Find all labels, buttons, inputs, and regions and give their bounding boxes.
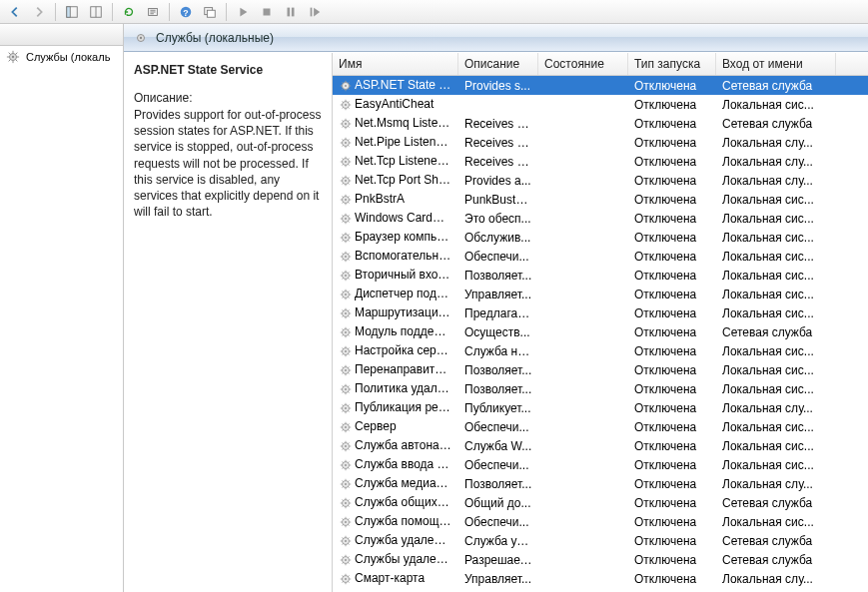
back-button[interactable] <box>4 2 26 22</box>
cell-name: Диспетчер подкл... <box>333 287 458 301</box>
window-button[interactable] <box>199 2 221 22</box>
cell-name: Служба удаленн... <box>333 533 458 548</box>
svg-line-62 <box>348 145 349 146</box>
forward-button[interactable] <box>28 2 50 22</box>
cell-name: Net.Pipe Listener ... <box>333 135 458 150</box>
cell-logon: Локальная сис... <box>716 363 836 377</box>
svg-line-52 <box>348 126 349 127</box>
svg-line-34 <box>343 88 344 89</box>
cell-desc: Разрешает... <box>458 553 538 567</box>
svg-point-126 <box>345 275 347 277</box>
svg-line-20 <box>16 60 18 62</box>
svg-line-264 <box>343 524 344 525</box>
gear-icon <box>6 50 20 64</box>
panel-button[interactable] <box>61 2 83 22</box>
cell-start: Отключена <box>628 572 716 586</box>
description-label: Описание: <box>134 91 322 105</box>
service-row[interactable]: ASP.NET State Ser...Provides s...Отключе… <box>333 76 868 95</box>
service-row[interactable]: Net.Tcp Port Shari...Provides a...Отключ… <box>333 171 868 190</box>
service-row[interactable]: Настройка серве...Служба на...ОтключенаЛ… <box>333 341 868 360</box>
service-row[interactable]: Net.Pipe Listener ...Receives a...Отключ… <box>333 133 868 152</box>
service-row[interactable]: Службы удаленн...Разрешает...ОтключенаСе… <box>333 550 868 569</box>
cell-desc: Служба на... <box>458 344 538 358</box>
service-row[interactable]: Политика удален...Позволяет...ОтключенаЛ… <box>333 379 868 398</box>
service-row[interactable]: Net.Msmq Listene...Receives a...Отключен… <box>333 114 868 133</box>
col-logon[interactable]: Вход от имени <box>716 53 836 75</box>
svg-line-133 <box>348 272 349 273</box>
svg-line-121 <box>343 253 344 254</box>
service-row[interactable]: Служба медиапр...Позволяет...ОтключенаЛо… <box>333 474 868 493</box>
svg-line-53 <box>348 120 349 121</box>
pause-button[interactable] <box>280 2 302 22</box>
cell-logon: Сетевая служба <box>716 325 836 339</box>
cell-logon: Локальная сис... <box>716 515 836 529</box>
svg-line-282 <box>348 562 349 563</box>
cell-name: PnkBstrA <box>333 192 458 207</box>
svg-line-174 <box>343 353 344 354</box>
service-row[interactable]: Служба ввода пл...Обеспечи...ОтключенаЛо… <box>333 455 868 474</box>
service-row[interactable]: Смарт-картаУправляет...ОтключенаЛокальна… <box>333 569 868 588</box>
service-row[interactable]: Служба помощн...Обеспечи...ОтключенаЛока… <box>333 512 868 531</box>
svg-line-91 <box>343 196 344 197</box>
service-row[interactable]: PnkBstrAPunkBuste...ОтключенаЛокальная с… <box>333 190 868 209</box>
service-row[interactable]: Диспетчер подкл...Управляет...ОтключенаЛ… <box>333 285 868 303</box>
service-row[interactable]: Windows CardSpa...Это обесп...ОтключенаЛ… <box>333 209 868 228</box>
svg-line-292 <box>348 581 349 582</box>
service-row[interactable]: Публикация ресу...Публикует...ОтключенаЛ… <box>333 398 868 417</box>
refresh-button[interactable] <box>118 2 140 22</box>
service-row[interactable]: Служба удаленн...Служба уд...ОтключенаСе… <box>333 531 868 550</box>
cell-desc: Receives a... <box>458 117 538 131</box>
help-button[interactable]: ? <box>175 2 197 22</box>
cell-desc: Receives a... <box>458 155 538 169</box>
service-row[interactable]: Служба общих с...Общий до...ОтключенаСет… <box>333 493 868 512</box>
service-row[interactable]: Браузер компьют...Обслужив...ОтключенаЛо… <box>333 228 868 247</box>
cell-logon: Локальная слу... <box>716 155 836 169</box>
col-startup[interactable]: Тип запуска <box>628 53 716 75</box>
cell-logon: Локальная сис... <box>716 288 836 301</box>
svg-line-112 <box>348 240 349 241</box>
cell-desc: Обслужив... <box>458 231 538 245</box>
panel2-button[interactable] <box>85 2 107 22</box>
svg-line-84 <box>343 183 344 184</box>
cell-desc: Публикует... <box>458 401 538 415</box>
cell-start: Отключена <box>628 439 716 453</box>
cell-desc: Служба уд... <box>458 534 538 548</box>
cell-name: Net.Tcp Port Shari... <box>333 173 458 188</box>
stop-button[interactable] <box>256 2 278 22</box>
cell-start: Отключена <box>628 231 716 245</box>
service-row[interactable]: Маршрутизация ...Предлагае...ОтключенаЛо… <box>333 303 868 322</box>
restart-button[interactable] <box>304 2 326 22</box>
svg-line-41 <box>343 101 344 102</box>
start-button[interactable] <box>232 2 254 22</box>
svg-line-204 <box>343 410 344 411</box>
service-row[interactable]: EasyAntiCheatОтключенаЛокальная сис... <box>333 95 868 114</box>
svg-line-72 <box>348 164 349 165</box>
svg-line-93 <box>348 196 349 197</box>
service-row[interactable]: Служба автонаст...Служба W...ОтключенаЛо… <box>333 436 868 455</box>
cell-desc: Receives a... <box>458 136 538 150</box>
svg-line-203 <box>348 404 349 405</box>
toolbar: ? <box>0 0 868 24</box>
tree-node-label: Службы (локаль <box>26 51 110 63</box>
service-row[interactable]: Вторичный вход ...Позволяет...ОтключенаЛ… <box>333 266 868 285</box>
svg-point-216 <box>345 445 347 447</box>
services-list[interactable]: ASP.NET State Ser...Provides s...Отключе… <box>333 76 868 592</box>
service-row[interactable]: Модуль поддерж...Осуществ...ОтключенаСет… <box>333 322 868 341</box>
cell-desc: Обеспечи... <box>458 250 538 264</box>
cell-start: Отключена <box>628 250 716 264</box>
svg-point-226 <box>345 464 347 466</box>
service-row[interactable]: Вспомогательная...Обеспечи...ОтключенаЛо… <box>333 247 868 266</box>
col-name[interactable]: Имя <box>333 53 458 75</box>
cell-logon: Локальная сис... <box>716 269 836 283</box>
svg-line-92 <box>348 202 349 203</box>
svg-line-234 <box>343 467 344 468</box>
svg-line-244 <box>343 486 344 487</box>
col-description[interactable]: Описание <box>458 53 538 75</box>
export-button[interactable] <box>142 2 164 22</box>
service-row[interactable]: Net.Tcp Listener A...Receives a...Отключ… <box>333 152 868 171</box>
service-row[interactable]: СерверОбеспечи...ОтключенаЛокальная сис.… <box>333 417 868 436</box>
service-row[interactable]: Перенаправител...Позволяет...ОтключенаЛо… <box>333 360 868 379</box>
tree-node-services[interactable]: Службы (локаль <box>0 46 123 68</box>
col-state[interactable]: Состояние <box>538 53 628 75</box>
svg-line-51 <box>343 120 344 121</box>
